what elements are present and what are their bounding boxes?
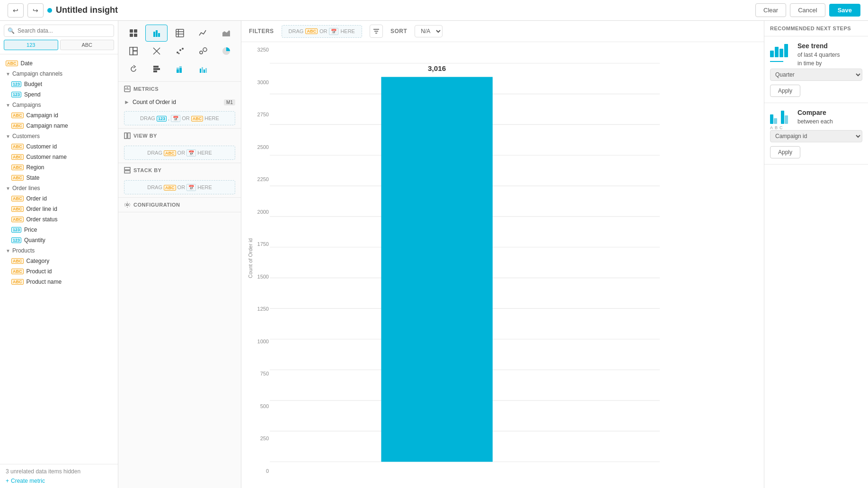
search-input[interactable] (4, 25, 114, 37)
svg-rect-33 (205, 68, 207, 73)
compare-title: Compare (797, 109, 833, 116)
sort-label: SORT (390, 28, 407, 35)
view-by-label: VIEW BY (133, 133, 157, 139)
redo-button[interactable]: ↪ (27, 3, 44, 17)
chart-cross-icon[interactable] (145, 43, 168, 60)
metric-name: ► Count of Order id (124, 99, 176, 105)
svg-rect-30 (200, 69, 201, 73)
drag-abc-badge: ABC (191, 116, 204, 122)
metrics-drag-zone[interactable]: DRAG 123 , 📅 OR ABC HERE (124, 111, 235, 125)
sidebar-item-campaign-name[interactable]: ABC Campaign name (0, 121, 118, 131)
sidebar-item-product-name[interactable]: ABC Product name (0, 277, 118, 287)
chart-bubble-icon[interactable] (192, 43, 214, 60)
svg-point-22 (203, 48, 207, 52)
sidebar-item-order-line-id[interactable]: ABC Order line id (0, 204, 118, 214)
insight-title-text: Untitled insight (56, 5, 118, 15)
sidebar-scroll: ABC Date ▼ Campaign channels 123 Budget … (0, 54, 118, 464)
sidebar-item-state[interactable]: ABC State (0, 173, 118, 183)
chart-toolbar: FILTERS DRAG ABC OR 📅 HERE SORT N/A (241, 21, 764, 42)
sidebar-item-order-status[interactable]: ABC Order status (0, 214, 118, 225)
chart-bar[interactable] (381, 77, 492, 462)
sidebar-section-campaigns[interactable]: ▼ Campaigns (0, 100, 118, 110)
compare-group-a (770, 114, 777, 124)
stack-by-drag-zone[interactable]: DRAG ABC OR 📅 HERE (124, 180, 235, 194)
sidebar-item-customer-id[interactable]: ABC Customer id (0, 141, 118, 152)
metric-badge: M1 (224, 99, 235, 105)
view-by-drag-zone[interactable]: DRAG ABC OR 📅 HERE (124, 146, 235, 160)
chart-refresh-icon[interactable] (122, 61, 144, 78)
order-status-label: Order status (27, 216, 58, 223)
see-trend-apply-button[interactable]: Apply (770, 85, 800, 97)
chart-table-icon[interactable] (122, 25, 144, 42)
expand-icon[interactable]: ► (124, 99, 130, 105)
filters-label: FILTERS (249, 28, 274, 35)
save-button[interactable]: Save (829, 4, 860, 17)
sort-select[interactable]: N/A (415, 25, 443, 37)
sidebar-item-order-id[interactable]: ABC Order id (0, 193, 118, 204)
chart-area-icon[interactable] (215, 25, 237, 42)
compare-icon: A B C (770, 109, 793, 130)
sidebar-section-campaign-channels[interactable]: ▼ Campaign channels (0, 69, 118, 79)
filter-here: HERE (340, 28, 355, 34)
chart-scatter-icon[interactable] (168, 43, 191, 60)
stack-by-drag: DRAG (147, 184, 164, 190)
arrow-icon: ▼ (6, 248, 10, 253)
chart-svg: 3,016 (270, 47, 660, 474)
arrow-icon: ▼ (6, 186, 10, 191)
configuration-header[interactable]: CONFIGURATION (118, 198, 241, 212)
chart-pie-icon[interactable] (215, 43, 237, 60)
undo-button[interactable]: ↩ (8, 3, 24, 17)
tab-123[interactable]: 123 (4, 40, 58, 50)
chart-group-icon[interactable] (192, 61, 214, 78)
campaign-name-label: Campaign name (27, 122, 68, 129)
chart-stacked-icon[interactable] (168, 61, 191, 78)
sidebar-section-products[interactable]: ▼ Products (0, 245, 118, 256)
cancel-button[interactable]: Cancel (790, 3, 825, 17)
tab-abc[interactable]: ABC (60, 40, 115, 50)
sidebar-item-campaign-id[interactable]: ABC Campaign id (0, 110, 118, 121)
sidebar-item-quantity[interactable]: 123 Quantity (0, 235, 118, 245)
chart-bar-icon[interactable] (145, 25, 168, 42)
filter-icon-button[interactable] (370, 25, 383, 38)
metrics-label: METRICS (133, 86, 159, 92)
customer-id-badge: ABC (11, 144, 24, 149)
sidebar-footer: 3 unrelated data items hidden + Create m… (0, 464, 118, 488)
top-bar: ↩ ↪ Untitled insight Clear Cancel Save (0, 0, 868, 21)
chart-table2-icon[interactable] (168, 25, 191, 42)
see-trend-select[interactable]: Quarter Month Week Day Year (770, 69, 862, 81)
filter-drag-zone[interactable]: DRAG ABC OR 📅 HERE (282, 25, 362, 38)
arrow-icon: ▼ (6, 134, 10, 139)
compare-select[interactable]: Campaign id Campaign name Category Regio… (770, 130, 862, 142)
sidebar-section-customers[interactable]: ▼ Customers (0, 131, 118, 141)
svg-rect-12 (130, 47, 133, 55)
sidebar-item-category[interactable]: ABC Category (0, 256, 118, 266)
sidebar-section-order-lines[interactable]: ▼ Order lines (0, 183, 118, 193)
clear-button[interactable]: Clear (755, 3, 786, 17)
chart-pivot-icon[interactable] (122, 43, 144, 60)
sidebar-item-spend[interactable]: 123 Spend (0, 89, 118, 100)
sidebar-item-budget[interactable]: 123 Budget (0, 79, 118, 89)
compare-bar-b2 (785, 115, 788, 124)
sidebar-item-product-id[interactable]: ABC Product id (0, 266, 118, 277)
compare-labels: A B C (770, 125, 793, 130)
create-metric-button[interactable]: + Create metric (6, 478, 112, 484)
product-name-label: Product name (27, 279, 62, 285)
chart-hbar-icon[interactable] (145, 61, 168, 78)
svg-rect-24 (153, 68, 160, 70)
filter-or: OR (319, 28, 328, 34)
sidebar-item-region[interactable]: ABC Region (0, 162, 118, 173)
order-status-badge: ABC (11, 217, 24, 222)
sidebar-item-date[interactable]: ABC Date (0, 58, 118, 69)
configuration-section: CONFIGURATION (118, 198, 241, 212)
view-by-or: OR (177, 150, 187, 156)
compare-apply-button[interactable]: Apply (770, 146, 800, 158)
y-label-2000: 2000 (257, 209, 269, 215)
sidebar-item-price[interactable]: 123 Price (0, 225, 118, 235)
compare-card-top: A B C Compare between each (770, 109, 862, 130)
sidebar-item-customer-name[interactable]: ABC Customer name (0, 152, 118, 162)
mini-bar-4 (784, 44, 788, 57)
see-trend-card: See trend of last 4 quarters in time by … (764, 36, 868, 103)
filter-cal-badge: 📅 (329, 28, 338, 35)
chart-line-icon[interactable] (192, 25, 214, 42)
mini-bar-3 (779, 49, 783, 57)
